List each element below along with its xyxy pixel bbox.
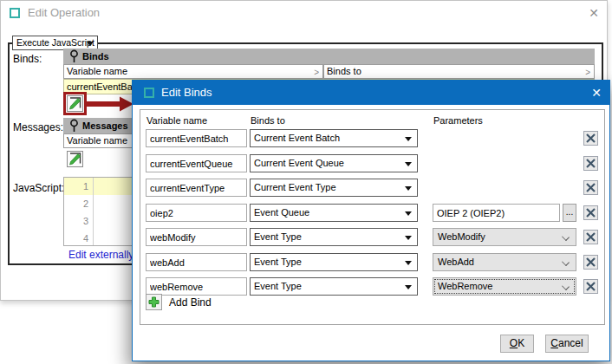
binds-to-dropdown[interactable]: Event Type [250, 228, 418, 246]
binds-to-dropdown[interactable]: Current Event Queue [250, 154, 418, 172]
bind-row: Event Queue ... [140, 204, 604, 222]
dropdown-arrow-icon [405, 261, 412, 265]
parameter-dropdown[interactable]: WebAdd [433, 253, 576, 271]
browse-parameter-button[interactable]: ... [563, 204, 576, 222]
delete-bind-button[interactable] [583, 205, 598, 220]
delete-x-icon [586, 232, 596, 242]
binds-to-value: Current Event Batch [254, 133, 340, 143]
editor-line-number: 3 [64, 212, 88, 230]
delete-x-icon [586, 257, 596, 267]
sort-indicator-icon: > [314, 66, 319, 79]
messages-field-label: Messages: [13, 121, 63, 133]
delete-bind-button[interactable] [583, 131, 598, 146]
binds-to-value: Current Event Type [254, 182, 336, 192]
javascript-field-label: JavaScript: [13, 182, 64, 194]
binds-grid-header: Binds [63, 49, 595, 64]
delete-bind-button[interactable] [583, 279, 598, 294]
binds-to-dropdown[interactable]: Event Queue [250, 204, 418, 222]
bind-row: Current Event Batch [140, 129, 604, 147]
binds-to-value: Current Event Queue [254, 158, 344, 168]
cancel-button-label: C [550, 337, 558, 349]
screenshot-stage: Edit Operation ✕ Execute JavaScript Bind… [0, 0, 612, 364]
delete-x-icon [586, 159, 596, 168]
dropdown-arrow-icon [405, 285, 412, 289]
dropdown-arrow-icon [405, 236, 412, 240]
sort-indicator-icon: > [585, 66, 590, 79]
editor-line-number: 1 [64, 178, 88, 195]
delete-x-icon [586, 282, 596, 291]
parameter-value-input[interactable] [433, 204, 560, 222]
variable-name-input[interactable] [146, 129, 247, 147]
binds-row-variable-value: currentEventBa [67, 81, 133, 92]
add-bind-button[interactable] [146, 294, 162, 310]
chevron-down-icon [562, 258, 570, 266]
delete-bind-button[interactable] [583, 156, 598, 171]
binds-to-dropdown[interactable]: Event Type [250, 253, 418, 271]
edit-operation-app-icon [10, 8, 20, 18]
edit-binds-app-icon [144, 88, 154, 98]
parameter-value: WebModify [438, 231, 485, 242]
dialog-title: Edit Binds [161, 86, 212, 99]
edit-binds-button[interactable] [67, 95, 83, 112]
bind-row: Event Type WebRemove [140, 277, 604, 296]
edit-messages-button[interactable] [67, 151, 83, 167]
dropdown-arrow-icon [405, 137, 412, 141]
editor-line-number: 4 [64, 230, 88, 247]
close-icon[interactable]: ✕ [583, 81, 609, 105]
variable-name-input[interactable] [146, 253, 247, 271]
dropdown-arrow-icon [405, 211, 412, 216]
variable-name-input[interactable] [146, 154, 247, 172]
binds-col-binds-to[interactable]: Binds to > [323, 64, 595, 79]
binds-list-panel: Variable name Binds to Parameters Curren… [140, 109, 605, 325]
window-title: Edit Operation [28, 6, 100, 19]
binds-to-dropdown[interactable]: Current Event Type [250, 179, 418, 197]
editor-gutter-divider [93, 178, 94, 245]
edit-binds-dialog: Edit Binds ✕ Variable name Binds to Para… [132, 80, 610, 361]
operation-type-label: Execute JavaScript [16, 37, 94, 48]
dropdown-arrow-icon [405, 162, 412, 166]
parameter-value: WebRemove [438, 281, 492, 291]
dropdown-arrow-icon [87, 42, 94, 46]
binds-grid-header-label: Binds [82, 51, 109, 62]
ok-button-label-rest: K [518, 337, 524, 349]
binds-to-value: Event Type [254, 231, 302, 242]
binds-to-value: Event Type [254, 281, 302, 291]
add-bind-label[interactable]: Add Bind [169, 296, 212, 309]
binds-to-value: Event Queue [254, 207, 309, 218]
column-header-variable-name: Variable name [146, 115, 207, 126]
cancel-button[interactable]: Cancel [545, 335, 589, 353]
binds-col-variable-name[interactable]: Variable name > [63, 64, 323, 79]
variable-name-input[interactable] [146, 179, 247, 197]
edit-pencil-icon [68, 97, 81, 110]
bind-row: Event Type WebModify [140, 228, 604, 246]
parameter-dropdown[interactable]: WebRemove [433, 277, 576, 296]
delete-bind-button[interactable] [583, 255, 598, 270]
column-header-binds-to: Binds to [251, 115, 285, 126]
pin-icon [68, 119, 80, 133]
delete-bind-button[interactable] [583, 230, 598, 244]
binds-to-dropdown[interactable]: Event Type [250, 277, 418, 296]
editor-line-number: 2 [64, 195, 88, 212]
binds-field-label: Binds: [13, 53, 42, 65]
ok-button-label: O [510, 337, 518, 349]
plus-icon [148, 296, 160, 308]
parameter-value: WebAdd [438, 257, 474, 267]
parameter-dropdown[interactable]: WebModify [433, 228, 576, 246]
close-icon[interactable]: ✕ [584, 4, 603, 22]
chevron-down-icon [562, 283, 570, 290]
delete-x-icon [586, 133, 596, 143]
variable-name-input[interactable] [146, 204, 247, 222]
annotation-arrow-icon [87, 95, 134, 113]
binds-col-binds-to-label: Binds to [327, 66, 361, 76]
dialog-titlebar[interactable]: Edit Binds ✕ [133, 81, 609, 105]
binds-col-variable-label: Variable name [67, 66, 127, 76]
chevron-down-icon [562, 233, 570, 241]
binds-to-dropdown[interactable]: Current Event Batch [250, 129, 418, 147]
variable-name-input[interactable] [146, 228, 247, 246]
variable-name-input[interactable] [146, 277, 247, 296]
dropdown-arrow-icon [405, 186, 412, 191]
messages-col-variable-label: Variable name [67, 135, 127, 146]
edit-externally-link[interactable]: Edit externally [68, 249, 133, 261]
delete-bind-button[interactable] [583, 180, 598, 195]
ok-button[interactable]: OK [500, 335, 534, 353]
